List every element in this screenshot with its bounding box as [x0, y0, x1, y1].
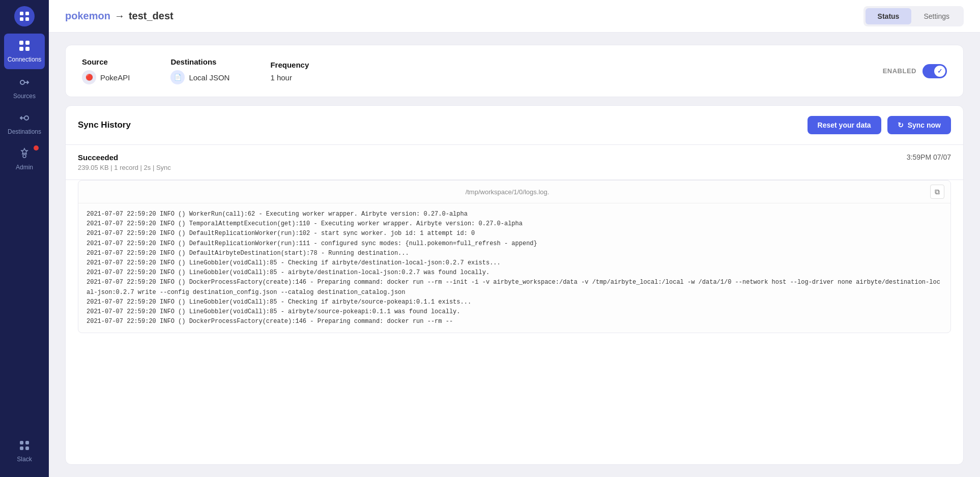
sync-history-title: Sync History: [78, 120, 131, 130]
log-area: /tmp/workspace/1/0/logs.log. ⧉ 2021-07-0…: [78, 180, 951, 333]
svg-rect-3: [25, 17, 29, 21]
slack-icon: [18, 439, 31, 454]
slack-label: Slack: [17, 456, 32, 463]
sync-actions: Reset your data ↻ Sync now: [808, 116, 951, 134]
svg-rect-15: [20, 446, 23, 450]
sync-time: 3:59PM 07/07: [907, 153, 951, 161]
pokeapi-icon: 🔴: [82, 70, 96, 84]
admin-badge: [34, 145, 39, 151]
destinations-label: Destinations: [8, 128, 41, 135]
sync-icon: ↻: [898, 121, 904, 129]
header-tabs: Status Settings: [863, 6, 964, 26]
connections-icon: [18, 40, 31, 54]
breadcrumb: pokemon → test_dest: [65, 10, 174, 22]
destinations-label: Destinations: [170, 57, 229, 66]
tab-status[interactable]: Status: [866, 8, 912, 24]
source-section: Source 🔴 PokeAPI: [82, 57, 130, 84]
svg-rect-1: [25, 12, 29, 15]
app-logo-icon: [14, 6, 35, 26]
log-path-bar: /tmp/workspace/1/0/logs.log. ⧉: [78, 181, 950, 203]
sidebar-item-connections[interactable]: Connections: [4, 34, 45, 69]
svg-point-8: [20, 80, 24, 84]
svg-point-12: [23, 155, 26, 158]
frequency-section: Frequency 1 hour: [270, 61, 309, 82]
tab-settings[interactable]: Settings: [911, 8, 962, 24]
breadcrumb-source: pokemon: [65, 10, 110, 22]
sync-meta: 239.05 KB | 1 record | 2s | Sync: [78, 164, 171, 171]
svg-rect-7: [25, 47, 30, 51]
svg-point-10: [24, 116, 28, 120]
sidebar: Connections Sources Destinations: [0, 0, 49, 477]
localjson-icon: 📄: [170, 70, 185, 84]
copy-icon: ⧉: [935, 188, 940, 196]
svg-rect-14: [25, 441, 29, 444]
toggle-circle: ✓: [934, 66, 945, 77]
svg-rect-16: [25, 446, 29, 450]
svg-rect-13: [20, 441, 23, 444]
svg-rect-6: [19, 47, 23, 51]
source-label: Source: [82, 57, 130, 66]
sync-now-label: Sync now: [908, 121, 941, 129]
log-path: /tmp/workspace/1/0/logs.log.: [84, 188, 930, 196]
breadcrumb-arrow: →: [114, 10, 125, 22]
sidebar-item-slack[interactable]: Slack: [0, 433, 49, 469]
destinations-value: Local JSON: [189, 73, 229, 82]
sync-status: Succeeded: [78, 153, 171, 162]
frequency-label: Frequency: [270, 61, 309, 69]
frequency-value-container: 1 hour: [270, 73, 309, 82]
destinations-value-container: 📄 Local JSON: [170, 70, 229, 84]
enable-toggle[interactable]: ✓: [923, 64, 947, 78]
sidebar-item-admin[interactable]: Admin: [0, 141, 49, 177]
info-card: Source 🔴 PokeAPI Destinations 📄 Local JS…: [65, 45, 964, 97]
destinations-section: Destinations 📄 Local JSON: [170, 57, 229, 84]
sidebar-item-sources[interactable]: Sources: [0, 70, 49, 106]
sync-header: Sync History Reset your data ↻ Sync now: [66, 106, 963, 145]
svg-rect-4: [19, 41, 23, 45]
svg-rect-2: [20, 17, 23, 21]
sidebar-item-destinations[interactable]: Destinations: [0, 106, 49, 141]
destinations-icon: [18, 112, 31, 126]
enabled-section: ENABLED ✓: [883, 64, 947, 78]
main-area: pokemon → test_dest Status Settings Sour…: [49, 0, 980, 477]
sync-record: Succeeded 239.05 KB | 1 record | 2s | Sy…: [66, 145, 963, 180]
log-copy-button[interactable]: ⧉: [930, 185, 944, 199]
svg-rect-0: [20, 12, 23, 15]
sync-record-info: Succeeded 239.05 KB | 1 record | 2s | Sy…: [78, 153, 171, 171]
sync-now-button[interactable]: ↻ Sync now: [887, 116, 951, 134]
breadcrumb-dest: test_dest: [129, 10, 174, 22]
sidebar-logo: [0, 0, 49, 33]
sync-record-header: Succeeded 239.05 KB | 1 record | 2s | Sy…: [78, 153, 951, 171]
admin-icon: [18, 147, 31, 162]
admin-label: Admin: [16, 164, 33, 171]
toggle-check-icon: ✓: [937, 68, 942, 75]
enabled-label: ENABLED: [883, 67, 916, 75]
connections-label: Connections: [8, 56, 42, 63]
sources-label: Sources: [13, 93, 36, 100]
frequency-value: 1 hour: [270, 73, 292, 82]
source-value-container: 🔴 PokeAPI: [82, 70, 130, 84]
app-header: pokemon → test_dest Status Settings: [49, 0, 980, 33]
source-value: PokeAPI: [100, 73, 130, 82]
reset-data-button[interactable]: Reset your data: [808, 116, 881, 134]
sync-history-card: Sync History Reset your data ↻ Sync now …: [65, 105, 964, 465]
content-area: Source 🔴 PokeAPI Destinations 📄 Local JS…: [49, 33, 980, 477]
svg-rect-5: [25, 41, 30, 45]
sources-icon: [18, 76, 31, 91]
sidebar-bottom: Slack: [0, 433, 49, 477]
log-content: 2021-07-07 22:59:20 INFO () WorkerRun(ca…: [78, 203, 950, 333]
